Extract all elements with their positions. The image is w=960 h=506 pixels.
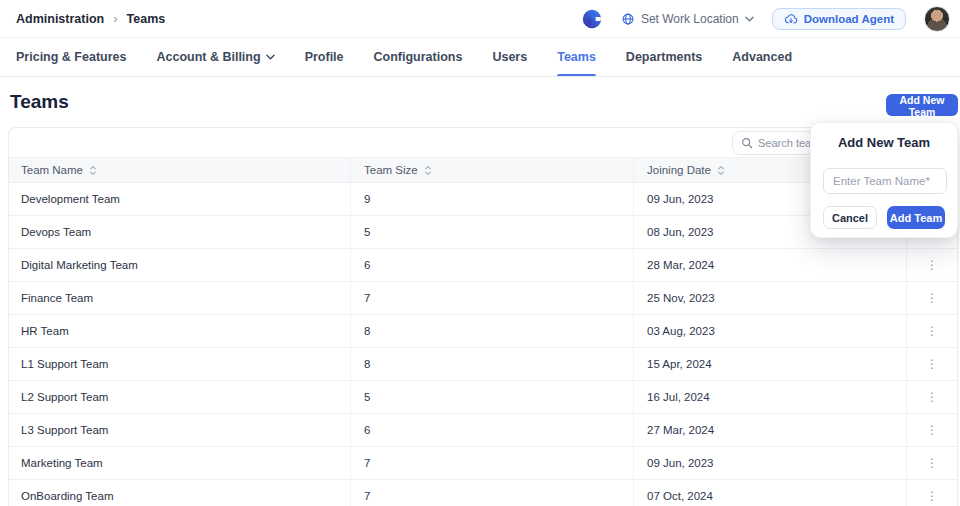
add-new-team-button[interactable]: Add New Team	[886, 94, 958, 116]
joining-date-cell: 07 Oct, 2024	[633, 480, 906, 506]
joining-date-cell: 03 Aug, 2023	[633, 315, 906, 347]
kebab-menu-icon[interactable]: ⋮	[920, 454, 944, 472]
tab-advanced[interactable]: Advanced	[732, 38, 792, 76]
tab-teams[interactable]: Teams	[557, 38, 596, 76]
popover-title: Add New Team	[811, 135, 957, 150]
joining-date-cell: 16 Jul, 2024	[633, 381, 906, 413]
team-size-cell: 5	[350, 216, 633, 248]
team-name-input[interactable]	[823, 168, 947, 194]
joining-date-cell: 09 Jun, 2023	[633, 447, 906, 479]
breadcrumb-administration[interactable]: Administration	[16, 12, 104, 26]
breadcrumb: Administration › Teams	[16, 11, 165, 26]
download-agent-button[interactable]: Download Agent	[772, 8, 906, 30]
sort-arrows-icon	[89, 165, 97, 176]
topbar-actions: Set Work Location Download Agent	[581, 6, 950, 32]
sort-arrows-icon	[424, 165, 432, 176]
joining-date-cell: 25 Nov, 2023	[633, 282, 906, 314]
breadcrumb-teams: Teams	[127, 12, 166, 26]
team-size-cell: 6	[350, 414, 633, 446]
team-size-cell: 7	[350, 480, 633, 506]
kebab-menu-icon[interactable]: ⋮	[920, 421, 944, 439]
globe-icon	[621, 12, 635, 26]
team-name-cell: L3 Support Team	[9, 414, 350, 446]
row-actions-cell: ⋮	[906, 348, 957, 380]
table-row[interactable]: L1 Support Team 8 15 Apr, 2024 ⋮	[9, 348, 957, 381]
tab-bar: Pricing & Features Account & Billing Pro…	[0, 38, 960, 77]
chevron-down-icon	[745, 16, 754, 22]
table-row[interactable]: L3 Support Team 6 27 Mar, 2024 ⋮	[9, 414, 957, 447]
joining-date-cell: 27 Mar, 2024	[633, 414, 906, 446]
tab-configurations[interactable]: Configurations	[374, 38, 463, 76]
joining-date-cell: 28 Mar, 2024	[633, 249, 906, 281]
row-actions-cell: ⋮	[906, 381, 957, 413]
tab-label: Pricing & Features	[16, 50, 126, 64]
search-icon	[741, 137, 753, 149]
set-work-location-label: Set Work Location	[641, 12, 739, 26]
kebab-menu-icon[interactable]: ⋮	[920, 256, 944, 274]
kebab-menu-icon[interactable]: ⋮	[920, 322, 944, 340]
kebab-menu-icon[interactable]: ⋮	[920, 289, 944, 307]
joining-date-cell: 15 Apr, 2024	[633, 348, 906, 380]
table-row[interactable]: L2 Support Team 5 16 Jul, 2024 ⋮	[9, 381, 957, 414]
row-actions-cell: ⋮	[906, 282, 957, 314]
team-name-cell: L2 Support Team	[9, 381, 350, 413]
row-actions-cell: ⋮	[906, 315, 957, 347]
tab-pricing-features[interactable]: Pricing & Features	[16, 38, 126, 76]
team-name-cell: L1 Support Team	[9, 348, 350, 380]
user-avatar[interactable]	[924, 6, 950, 32]
tab-users[interactable]: Users	[492, 38, 527, 76]
brand-c-logo-icon[interactable]	[581, 8, 603, 30]
table-row[interactable]: Finance Team 7 25 Nov, 2023 ⋮	[9, 282, 957, 315]
add-new-team-popover: Add New Team Cancel Add Team	[810, 122, 958, 238]
team-name-cell: Digital Marketing Team	[9, 249, 350, 281]
sort-arrows-icon	[717, 165, 725, 176]
set-work-location-dropdown[interactable]: Set Work Location	[621, 12, 754, 26]
team-name-cell: Development Team	[9, 183, 350, 215]
team-name-cell: OnBoarding Team	[9, 480, 350, 506]
kebab-menu-icon[interactable]: ⋮	[920, 388, 944, 406]
tab-account-billing[interactable]: Account & Billing	[156, 38, 274, 76]
column-header-team-name[interactable]: Team Name	[9, 158, 350, 182]
top-bar: Administration › Teams	[0, 0, 960, 38]
tab-label: Teams	[557, 50, 596, 64]
administration-teams-page: Administration › Teams	[0, 0, 960, 506]
team-name-cell: Marketing Team	[9, 447, 350, 479]
row-actions-cell: ⋮	[906, 249, 957, 281]
table-row[interactable]: HR Team 8 03 Aug, 2023 ⋮	[9, 315, 957, 348]
table-row[interactable]: Marketing Team 7 09 Jun, 2023 ⋮	[9, 447, 957, 480]
team-size-cell: 7	[350, 447, 633, 479]
team-name-cell: Devops Team	[9, 216, 350, 248]
download-agent-label: Download Agent	[804, 13, 894, 25]
breadcrumb-separator-icon: ›	[113, 11, 117, 26]
team-size-cell: 9	[350, 183, 633, 215]
team-size-cell: 6	[350, 249, 633, 281]
add-team-button[interactable]: Add Team	[887, 206, 945, 229]
popover-actions: Cancel Add Team	[823, 206, 945, 229]
cancel-button[interactable]: Cancel	[823, 206, 877, 229]
table-row[interactable]: OnBoarding Team 7 07 Oct, 2024 ⋮	[9, 480, 957, 506]
kebab-menu-icon[interactable]: ⋮	[920, 355, 944, 373]
team-size-cell: 8	[350, 348, 633, 380]
team-size-cell: 7	[350, 282, 633, 314]
tab-label: Configurations	[374, 50, 463, 64]
tab-label: Users	[492, 50, 527, 64]
row-actions-cell: ⋮	[906, 480, 957, 506]
table-row[interactable]: Digital Marketing Team 6 28 Mar, 2024 ⋮	[9, 249, 957, 282]
tab-departments[interactable]: Departments	[626, 38, 702, 76]
row-actions-cell: ⋮	[906, 447, 957, 479]
team-size-cell: 5	[350, 381, 633, 413]
column-header-team-size[interactable]: Team Size	[350, 158, 633, 182]
tab-label: Departments	[626, 50, 702, 64]
tab-label: Profile	[305, 50, 344, 64]
team-name-cell: HR Team	[9, 315, 350, 347]
team-size-cell: 8	[350, 315, 633, 347]
kebab-menu-icon[interactable]: ⋮	[920, 487, 944, 505]
tab-label: Account & Billing	[156, 50, 260, 64]
tab-label: Advanced	[732, 50, 792, 64]
row-actions-cell: ⋮	[906, 414, 957, 446]
team-name-cell: Finance Team	[9, 282, 350, 314]
tab-profile[interactable]: Profile	[305, 38, 344, 76]
page-title: Teams	[10, 91, 69, 113]
chevron-down-icon	[266, 54, 275, 60]
cloud-download-icon	[784, 13, 798, 25]
